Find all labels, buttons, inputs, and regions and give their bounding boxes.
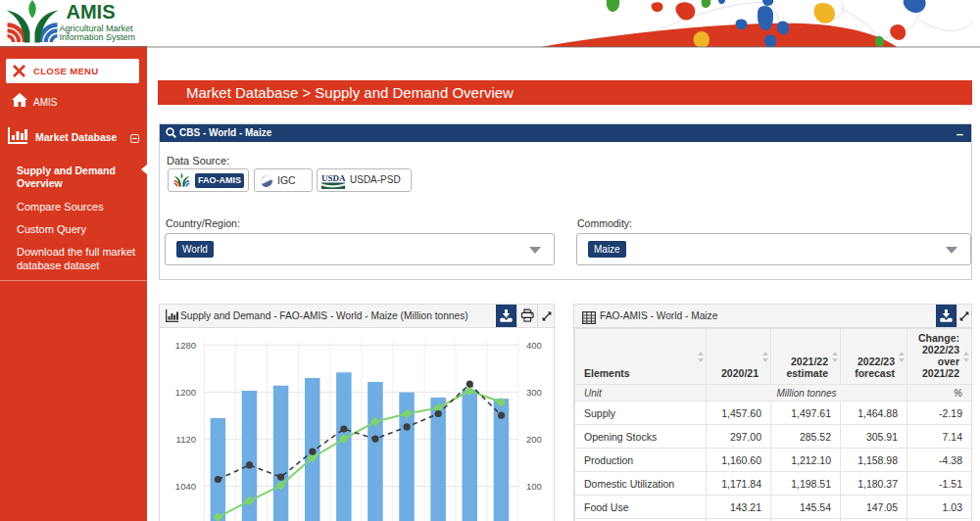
svg-text:Information System: Information System — [60, 32, 136, 42]
svg-text:USDA: USDA — [321, 173, 345, 183]
svg-text:1280: 1280 — [175, 340, 196, 351]
svg-text:200: 200 — [526, 434, 542, 445]
svg-text:100: 100 — [526, 481, 542, 492]
svg-text:AMIS: AMIS — [67, 1, 116, 23]
svg-text:300: 300 — [526, 387, 542, 398]
svg-text:1120: 1120 — [176, 434, 196, 445]
svg-text:400: 400 — [526, 340, 542, 351]
svg-text:1200: 1200 — [175, 387, 196, 398]
svg-text:1040: 1040 — [175, 481, 196, 492]
